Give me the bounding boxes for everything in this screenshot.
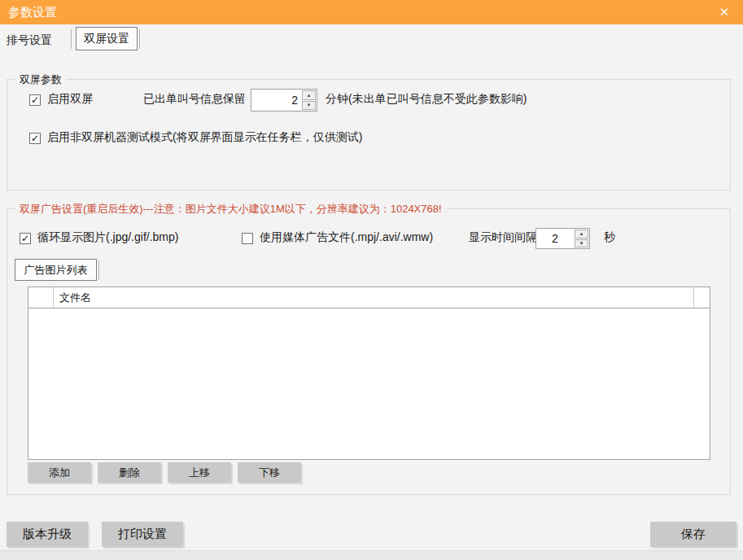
window-bottom-edge (0, 550, 743, 560)
enable-dual-screen-checkbox[interactable]: ✓ (29, 94, 41, 106)
tab-dual-screen-settings[interactable]: 双屏设置 (76, 27, 138, 50)
keep-info-label: 已出单叫号信息保留 (143, 92, 246, 107)
settings-dialog: 参数设置 ✕ 排号设置 双屏设置 双屏参数 ✓ 启用双屏 已出单叫号信息保留 2… (0, 0, 743, 560)
move-up-button[interactable]: 上移 (168, 462, 231, 483)
add-button[interactable]: 添加 (28, 462, 91, 483)
spin-down-icon[interactable]: ▼ (302, 101, 316, 111)
spin-buttons: ▲ ▼ (302, 90, 316, 110)
interval-suffix: 秒 (604, 230, 615, 245)
close-icon[interactable]: ✕ (710, 0, 738, 24)
keep-minutes-value[interactable]: 2 (251, 90, 301, 111)
keep-minutes-spinner[interactable]: 2 ▲ ▼ (251, 89, 317, 112)
interval-spinner[interactable]: 2 ▲ ▼ (535, 228, 590, 249)
checkmark-icon: ✓ (31, 95, 39, 105)
print-settings-button[interactable]: 打印设置 (102, 522, 183, 547)
table-corner-cell (28, 287, 54, 308)
tab-separator (71, 29, 72, 49)
checkmark-icon: ✓ (21, 234, 29, 243)
loop-images-label: 循环显示图片(.jpg/.gif/.bmp) (37, 230, 178, 245)
save-button[interactable]: 保存 (650, 522, 736, 547)
tab-separator (139, 29, 140, 49)
table-header-filename: 文件名 (54, 287, 694, 308)
spin-buttons: ▲ ▼ (575, 230, 588, 247)
interval-label: 显示时间间隔 (469, 230, 537, 245)
move-down-button[interactable]: 下移 (238, 462, 301, 483)
interval-value[interactable]: 2 (536, 229, 574, 248)
subtab-separator (98, 260, 99, 280)
checkmark-icon: ✓ (31, 133, 39, 143)
ad-image-table[interactable]: 文件名 (28, 287, 710, 460)
table-body[interactable] (28, 308, 710, 459)
media-files-label: 使用媒体广告文件(.mpj/.avi/.wmw) (260, 230, 433, 245)
keep-info-suffix: 分钟(未出单已叫号信息不受此参数影响) (326, 92, 527, 107)
tab-ad-image-list[interactable]: 广告图片列表 (15, 259, 97, 281)
loop-images-checkbox[interactable]: ✓ (20, 233, 31, 244)
delete-button[interactable]: 删除 (98, 462, 161, 483)
group-title: 双屏参数 (15, 72, 66, 87)
test-mode-label: 启用非双屏机器测试模式(将双屏界面显示在任务栏，仅供测试) (47, 130, 362, 145)
window-title: 参数设置 (0, 5, 57, 20)
version-upgrade-button[interactable]: 版本升级 (7, 522, 88, 547)
spin-up-icon[interactable]: ▲ (302, 90, 316, 100)
title-bar: 参数设置 ✕ (0, 0, 743, 24)
spin-down-icon[interactable]: ▼ (575, 239, 588, 248)
ad-settings-group-title: 双屏广告设置(重启后生效)---注意：图片文件大小建议1M以下，分辨率建议为：1… (15, 202, 446, 217)
table-header-row: 文件名 (28, 287, 710, 308)
media-files-checkbox[interactable]: ✓ (242, 233, 253, 244)
test-mode-checkbox[interactable]: ✓ (29, 133, 41, 144)
tab-queue-settings[interactable]: 排号设置 (7, 29, 52, 50)
enable-dual-screen-label: 启用双屏 (47, 92, 93, 107)
spin-up-icon[interactable]: ▲ (575, 230, 588, 238)
